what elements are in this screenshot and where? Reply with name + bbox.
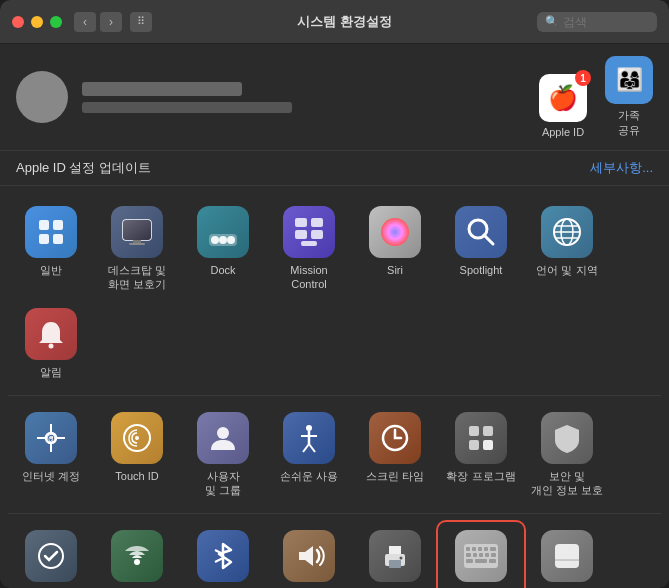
svg-rect-53 (389, 560, 401, 568)
svg-rect-7 (129, 243, 145, 245)
svg-rect-61 (466, 553, 471, 557)
svg-rect-59 (484, 547, 488, 551)
extensions-label: 확장 프로그램 (446, 469, 515, 483)
bluetooth-icon (197, 530, 249, 582)
profile-email-placeholder (82, 102, 292, 113)
svg-rect-1 (53, 220, 63, 230)
family-sharing-icon[interactable]: 👨‍👩‍👧 (605, 56, 653, 104)
svg-point-35 (217, 427, 229, 439)
svg-rect-43 (483, 426, 493, 436)
svg-rect-12 (295, 218, 307, 227)
svg-rect-65 (491, 553, 496, 557)
spotlight-label: Spotlight (460, 263, 503, 277)
pref-bluetooth[interactable]: Bluetooth (180, 522, 266, 588)
svg-rect-44 (469, 440, 479, 450)
system-preferences-window: ‹ › ⠿ 시스템 환경설정 🔍 🍎 1 Apple ID 👨‍👩 (0, 0, 669, 588)
pref-accessibility[interactable]: 손쉬운 사용 (266, 404, 352, 506)
svg-rect-45 (483, 440, 493, 450)
svg-rect-69 (555, 544, 579, 568)
grid-button[interactable]: ⠿ (130, 12, 152, 32)
profile-area: 🍎 1 Apple ID 👨‍👩‍👧 가족공유 (0, 44, 669, 151)
svg-point-47 (134, 559, 140, 565)
apple-id-badge: 1 (575, 70, 591, 86)
pref-keyboard[interactable]: 키보드 (438, 522, 524, 588)
extensions-icon (455, 412, 507, 464)
top-right-icons: 🍎 1 Apple ID 👨‍👩‍👧 가족공유 (539, 56, 653, 138)
svg-rect-15 (311, 230, 323, 239)
section-1: 일반 데스크탑 및화면 보호기 Dock MissionControl (8, 198, 661, 387)
forward-button[interactable]: › (100, 12, 122, 32)
internet-label: 인터넷 계정 (22, 469, 80, 483)
svg-point-34 (135, 436, 139, 440)
pref-network[interactable]: 네트워크 (94, 522, 180, 588)
svg-point-54 (400, 557, 403, 560)
apple-id-item[interactable]: 🍎 1 Apple ID (539, 74, 587, 138)
svg-point-11 (227, 236, 235, 244)
update-text: Apple ID 설정 업데이트 (16, 159, 590, 177)
minimize-button[interactable] (31, 16, 43, 28)
language-icon (541, 206, 593, 258)
pref-language[interactable]: 언어 및 지역 (524, 198, 610, 300)
back-button[interactable]: ‹ (74, 12, 96, 32)
profile-name-placeholder (82, 82, 242, 96)
pref-software[interactable]: 소프트웨어업데이트 (8, 522, 94, 588)
search-input[interactable] (563, 15, 653, 29)
internet-icon: @ (25, 412, 77, 464)
pref-notification[interactable]: 알림 (8, 300, 94, 387)
dock-icon (197, 206, 249, 258)
pref-extensions[interactable]: 확장 프로그램 (438, 404, 524, 506)
pref-mission[interactable]: MissionControl (266, 198, 352, 300)
pref-siri[interactable]: Siri (352, 198, 438, 300)
notification-label: 알림 (40, 365, 62, 379)
svg-rect-14 (295, 230, 307, 239)
svg-rect-68 (489, 559, 496, 563)
printer-icon (369, 530, 421, 582)
svg-rect-5 (123, 220, 151, 240)
svg-point-9 (211, 236, 219, 244)
accessibility-label: 손쉬운 사용 (280, 469, 338, 483)
pref-internet[interactable]: @ 인터넷 계정 (8, 404, 94, 506)
pref-sound[interactable]: 사운드 (266, 522, 352, 588)
update-banner: Apple ID 설정 업데이트 세부사항... (0, 151, 669, 186)
pref-touchid[interactable]: Touch ID (94, 404, 180, 506)
svg-line-40 (309, 444, 315, 452)
pref-screentime[interactable]: 스크린 타임 (352, 404, 438, 506)
family-sharing-label: 가족공유 (618, 108, 640, 138)
maximize-button[interactable] (50, 16, 62, 28)
desktop-icon (111, 206, 163, 258)
pref-spotlight[interactable]: Spotlight (438, 198, 524, 300)
svg-point-25 (49, 343, 54, 348)
svg-rect-13 (311, 218, 323, 227)
pref-users[interactable]: 사용자및 그룹 (180, 404, 266, 506)
svg-rect-60 (490, 547, 496, 551)
svg-rect-51 (389, 546, 401, 554)
spotlight-icon (455, 206, 507, 258)
svg-text:@: @ (46, 433, 56, 444)
search-box[interactable]: 🔍 (537, 12, 657, 32)
users-label: 사용자및 그룹 (205, 469, 241, 498)
svg-point-46 (39, 544, 63, 568)
apple-id-icon[interactable]: 🍎 1 (539, 74, 587, 122)
users-icon (197, 412, 249, 464)
svg-rect-42 (469, 426, 479, 436)
pref-general[interactable]: 일반 (8, 198, 94, 300)
svg-point-36 (306, 425, 312, 431)
pref-dock[interactable]: Dock (180, 198, 266, 300)
pref-desktop[interactable]: 데스크탑 및화면 보호기 (94, 198, 180, 300)
apple-id-label: Apple ID (542, 126, 584, 138)
close-button[interactable] (12, 16, 24, 28)
svg-rect-3 (53, 234, 63, 244)
family-sharing-item[interactable]: 👨‍👩‍👧 가족공유 (605, 56, 653, 138)
pref-security[interactable]: 보안 및개인 정보 보호 (524, 404, 610, 506)
svg-line-39 (303, 444, 309, 452)
divider-1 (8, 395, 661, 396)
svg-point-10 (219, 236, 227, 244)
svg-rect-6 (133, 240, 141, 243)
detail-link[interactable]: 세부사항... (590, 159, 653, 177)
content-area: 일반 데스크탑 및화면 보호기 Dock MissionControl (0, 186, 669, 588)
touchid-icon (111, 412, 163, 464)
pref-trackpad[interactable]: 트랙패드 (524, 522, 610, 588)
pref-printer[interactable]: 프린터 및스캐너 (352, 522, 438, 588)
svg-rect-64 (485, 553, 489, 557)
section-2: @ 인터넷 계정 Touch ID 사용자및 그룹 손쉬운 (8, 404, 661, 506)
